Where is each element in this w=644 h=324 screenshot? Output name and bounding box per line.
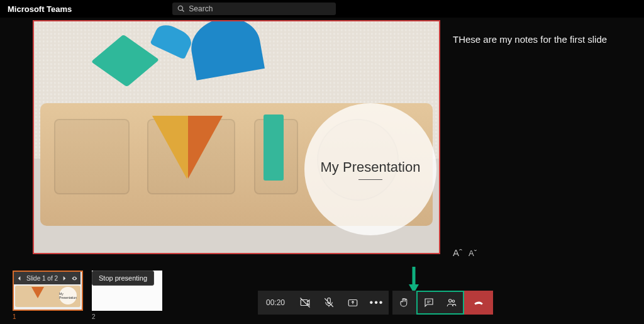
camera-off-icon xyxy=(299,297,311,308)
stop-presenting-button[interactable]: Stop presenting xyxy=(92,271,154,286)
svg-point-3 xyxy=(449,299,452,303)
stop-presenting-label: Stop presenting xyxy=(99,274,147,282)
thumbnail-nav-overlay: Slide 1 of 2 xyxy=(14,272,80,284)
chat-icon xyxy=(423,297,435,308)
participants-button[interactable] xyxy=(440,291,464,315)
hangup-icon xyxy=(473,297,484,308)
eye-icon[interactable] xyxy=(72,276,77,281)
thumb-graphic: My Presentation xyxy=(59,287,77,304)
ellipsis-icon: ••• xyxy=(370,297,384,308)
hand-icon xyxy=(399,297,410,308)
slide-title-container: My Presentation xyxy=(304,103,436,235)
mic-off-icon xyxy=(323,297,335,308)
current-slide[interactable]: My Presentation xyxy=(33,20,440,254)
share-tray-icon xyxy=(347,297,358,308)
title-underline xyxy=(358,179,382,180)
speaker-notes-pane: THese are my notes for the first slide A… xyxy=(441,18,644,262)
decorative-shape xyxy=(188,116,223,179)
slide-area: My Presentation xyxy=(0,18,441,262)
decorative-shape xyxy=(264,115,284,181)
svg-point-4 xyxy=(452,300,454,302)
thumbnail-number: 2 xyxy=(92,313,162,320)
app-title: Microsoft Teams xyxy=(8,4,72,14)
search-placeholder: Search xyxy=(189,4,213,13)
raise-hand-button[interactable] xyxy=(392,291,416,315)
people-icon xyxy=(446,297,457,308)
search-box[interactable]: Search xyxy=(172,3,336,15)
slide-title: My Presentation xyxy=(321,159,421,176)
prev-slide-icon[interactable] xyxy=(17,276,23,281)
title-bar: Microsoft Teams Search xyxy=(0,0,644,18)
slide-counter: Slide 1 of 2 xyxy=(26,275,58,282)
slide-thumbnail-1[interactable]: Slide 1 of 2 My Presentation xyxy=(13,271,83,311)
chat-button[interactable] xyxy=(416,291,440,315)
more-options-button[interactable]: ••• xyxy=(365,291,389,315)
next-slide-icon[interactable] xyxy=(62,276,67,281)
bottom-toolbar: Slide 1 of 2 My Presentation 1 2 Stop pr… xyxy=(0,262,644,324)
speaker-notes-text[interactable]: THese are my notes for the first slide xyxy=(453,34,640,45)
camera-toggle-button[interactable] xyxy=(293,291,317,315)
decrease-font-button[interactable]: Aˇ xyxy=(469,249,477,258)
board-recess xyxy=(54,119,130,194)
mic-toggle-button[interactable] xyxy=(317,291,341,315)
share-button[interactable] xyxy=(341,291,365,315)
thumbnail-number: 1 xyxy=(13,313,83,320)
call-controls: 00:20 ••• xyxy=(258,291,493,315)
increase-font-button[interactable]: Aˆ xyxy=(453,247,462,258)
thumb-graphic xyxy=(31,287,44,298)
search-icon xyxy=(177,5,185,13)
leave-call-button[interactable] xyxy=(464,291,493,315)
call-duration: 00:20 xyxy=(258,291,293,315)
